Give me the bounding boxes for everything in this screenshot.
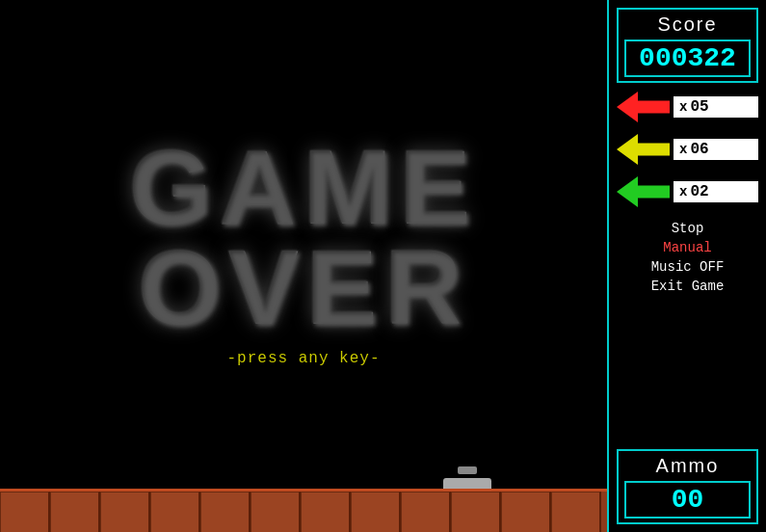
red-lives-count: 05: [690, 98, 708, 116]
green-lives-count: 02: [690, 183, 708, 200]
ground-floor: [0, 489, 607, 532]
score-label: Score: [624, 13, 751, 36]
lives-row-green: x 02: [617, 176, 758, 207]
brick: [501, 492, 551, 532]
game-over-container: GAME OVER -press any key-: [129, 137, 478, 367]
brick: [150, 492, 200, 532]
green-lives-x: x: [679, 184, 687, 200]
manual-button[interactable]: Manual: [659, 239, 715, 256]
game-over-line1: GAME: [129, 137, 478, 238]
lives-row-yellow: x 06: [617, 134, 758, 165]
yellow-lives-box: x 06: [674, 139, 758, 160]
score-section: Score 000322: [617, 8, 758, 83]
brick: [50, 492, 100, 532]
stop-button[interactable]: Stop: [668, 220, 708, 237]
brick: [100, 492, 150, 532]
yellow-lives-x: x: [679, 142, 687, 157]
brick: [551, 492, 601, 532]
cannon-barrel: [458, 466, 477, 474]
ammo-label: Ammo: [624, 455, 751, 477]
right-panel: Score 000322 x 05 x 06 x 02 Stop Manual …: [607, 0, 766, 532]
yellow-arrow-icon: [617, 134, 670, 165]
brick: [0, 492, 50, 532]
red-lives-box: x 05: [674, 96, 758, 118]
player-cannon: [443, 465, 491, 492]
controls-section: Stop Manual Music OFF Exit Game: [617, 220, 758, 295]
exit-button[interactable]: Exit Game: [647, 278, 728, 295]
score-value: 000322: [624, 40, 751, 77]
brick: [401, 492, 451, 532]
brick: [451, 492, 501, 532]
green-arrow-icon: [617, 176, 670, 207]
lives-row-red: x 05: [617, 92, 758, 122]
game-area: GAME OVER -press any key-: [0, 0, 607, 532]
brick: [251, 492, 301, 532]
brick: [301, 492, 351, 532]
red-arrow-icon: [617, 92, 670, 122]
game-over-line2: OVER: [138, 237, 469, 338]
green-lives-box: x 02: [674, 181, 758, 202]
yellow-lives-count: 06: [690, 141, 708, 158]
ammo-value: 00: [624, 481, 751, 519]
press-any-key-text[interactable]: -press any key-: [226, 350, 380, 367]
music-button[interactable]: Music OFF: [647, 258, 728, 276]
brick: [200, 492, 251, 532]
red-lives-x: x: [679, 99, 687, 115]
ammo-section: Ammo 00: [617, 449, 758, 524]
brick: [351, 492, 401, 532]
